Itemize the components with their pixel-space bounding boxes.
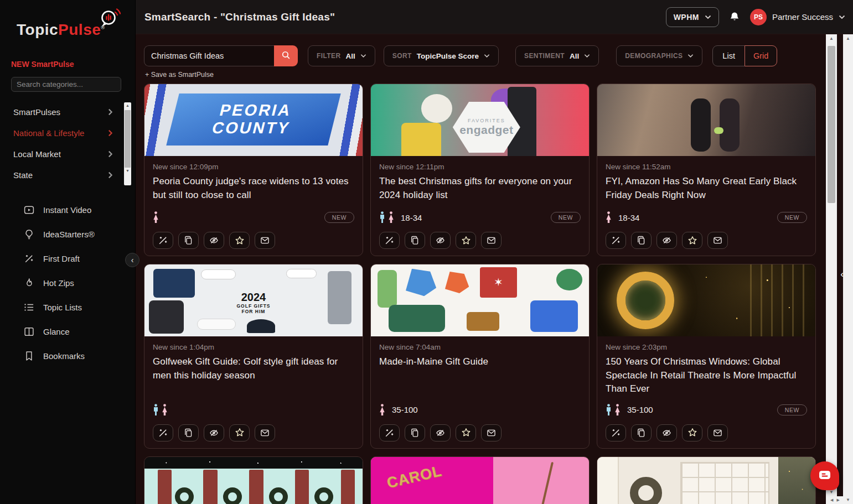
horizontal-scrollbar-corner[interactable]: ◀ ▶ <box>826 496 844 504</box>
copy-button[interactable] <box>405 232 425 249</box>
hide-button[interactable] <box>656 424 677 441</box>
first-draft-button[interactable] <box>379 424 400 441</box>
eye-slash-icon <box>209 428 219 438</box>
favorite-button[interactable] <box>229 232 250 249</box>
scroll-right-arrow[interactable]: ▶ <box>837 498 840 502</box>
magic-wand-icon <box>611 235 621 246</box>
envelope-icon <box>260 428 270 438</box>
user-menu[interactable]: PS Partner Success <box>750 9 845 25</box>
sentiment-dropdown[interactable]: SENTIMENT All <box>515 45 599 66</box>
result-card[interactable]: FAVORITESengadgetNew since 12:11pmThe be… <box>370 84 590 256</box>
right-panel-collapse-chevron[interactable]: ‹ <box>840 269 844 279</box>
first-draft-button[interactable] <box>606 424 626 441</box>
hide-button[interactable] <box>656 232 677 249</box>
card-image: CAROL <box>371 457 589 504</box>
tools-list: Instant VideoIdeaStarters®First DraftHot… <box>0 198 135 368</box>
category-search-input[interactable] <box>11 77 121 92</box>
copy-button[interactable] <box>631 232 652 249</box>
star-icon <box>461 236 471 246</box>
favorite-button[interactable] <box>682 232 702 249</box>
station-selector[interactable]: WPHM <box>666 7 719 27</box>
topicpulse-logo[interactable]: TopicPulse® <box>12 9 123 44</box>
email-button[interactable] <box>255 232 275 249</box>
hide-button[interactable] <box>204 424 224 441</box>
favorite-button[interactable] <box>682 424 702 441</box>
magic-wand-icon <box>23 253 34 264</box>
new-smartpulse-link[interactable]: NEW SmartPulse <box>11 60 135 69</box>
tool-label: First Draft <box>43 254 80 263</box>
first-draft-button[interactable] <box>153 232 173 249</box>
sidebar-item-ideastarters[interactable]: IdeaStarters® <box>0 222 135 246</box>
first-draft-button[interactable] <box>379 232 400 249</box>
scrollbar-thumb[interactable] <box>125 110 131 168</box>
sidebar-item-instant-video[interactable]: Instant Video <box>0 198 135 222</box>
sidebar-item-hot-zips[interactable]: Hot Zips <box>0 271 135 295</box>
demographics: 18-34 <box>606 211 639 224</box>
scroll-up-arrow[interactable]: ▲ <box>829 34 834 43</box>
filter-dropdown[interactable]: FILTER All <box>308 45 375 66</box>
window-scrollbar[interactable]: ▲ ▼ <box>843 34 853 504</box>
result-card-partial[interactable]: CAROL <box>370 456 590 504</box>
copy-button[interactable] <box>178 424 199 441</box>
list-view-button[interactable]: List <box>712 45 745 66</box>
hide-button[interactable] <box>430 424 451 441</box>
app-root: TopicPulse® NEW SmartPulse SmartPulsesNa… <box>0 0 853 504</box>
copy-button[interactable] <box>405 424 425 441</box>
sidebar-item-topic-lists[interactable]: Topic Lists <box>0 295 135 319</box>
card-image <box>597 457 815 504</box>
sidebar-item-bookmarks[interactable]: Bookmarks <box>0 344 135 368</box>
result-card[interactable]: New since 2:03pm150 Years Of Christmas W… <box>597 264 816 449</box>
sidebar-category-local-market[interactable]: Local Market <box>0 143 135 164</box>
sidebar-item-glance[interactable]: Glance <box>0 319 135 344</box>
grid-view-button[interactable]: Grid <box>745 45 777 66</box>
save-as-smartpulse-link[interactable]: + Save as SmartPulse <box>145 71 214 79</box>
scrollbar-thumb[interactable] <box>828 46 835 203</box>
copy-button[interactable] <box>178 232 199 249</box>
result-card[interactable]: PEORIACOUNTYNew since 12:09pmPeoria Coun… <box>144 84 363 256</box>
scroll-up-arrow[interactable]: ▲ <box>846 34 850 43</box>
scroll-down-arrow[interactable]: ▼ <box>126 168 130 174</box>
demographics-dropdown[interactable]: DEMOGRAPHICS <box>616 45 702 66</box>
email-button[interactable] <box>255 424 275 441</box>
first-draft-button[interactable] <box>153 424 173 441</box>
copy-icon <box>184 236 193 245</box>
first-draft-button[interactable] <box>606 232 626 249</box>
favorite-button[interactable] <box>229 424 250 441</box>
email-button[interactable] <box>707 424 728 441</box>
category-list-scrollbar[interactable]: ▲ ▼ <box>124 102 131 185</box>
notifications-bell-icon[interactable] <box>729 12 740 23</box>
search-input[interactable] <box>144 45 274 66</box>
result-card[interactable]: New since 11:52amFYI, Amazon Has So Many… <box>597 84 816 256</box>
copy-icon <box>410 236 420 245</box>
email-button[interactable] <box>481 424 502 441</box>
hide-button[interactable] <box>430 232 451 249</box>
search-button[interactable] <box>274 45 298 66</box>
result-card[interactable]: 2024GOLF GIFTSFOR HIMNew since 1:04pmGol… <box>144 264 363 449</box>
card-title: FYI, Amazon Has So Many Great Early Blac… <box>606 175 807 202</box>
sidebar-item-first-draft[interactable]: First Draft <box>0 246 135 271</box>
sidebar-category-state[interactable]: State <box>0 164 135 185</box>
result-card[interactable]: ✶New since 7:04amMade-in-Maine Gift Guid… <box>370 264 590 449</box>
top-header: SmartSearch - "Christmas Gift Ideas" WPH… <box>136 0 853 34</box>
hide-button[interactable] <box>204 232 224 249</box>
scroll-up-arrow[interactable]: ▲ <box>126 102 130 109</box>
email-button[interactable] <box>707 232 728 249</box>
favorite-button[interactable] <box>456 424 476 441</box>
result-card-partial[interactable] <box>597 456 816 504</box>
favorite-button[interactable] <box>456 232 476 249</box>
sidebar-category-smartpulses[interactable]: SmartPulses <box>0 101 135 122</box>
eye-slash-icon <box>209 236 219 245</box>
search-toolbar: FILTER All SORT TopicPulse Score SENTIME… <box>144 45 853 66</box>
content-scrollbar[interactable]: ▲ ▼ <box>826 34 837 496</box>
chat-fab-button[interactable] <box>810 461 839 490</box>
sidebar-collapse-button[interactable]: ‹ <box>125 253 139 267</box>
sort-dropdown[interactable]: SORT TopicPulse Score <box>384 45 499 66</box>
result-card-partial[interactable] <box>144 456 363 504</box>
list-icon <box>23 302 34 313</box>
scroll-down-arrow[interactable]: ▼ <box>846 496 850 504</box>
scroll-left-arrow[interactable]: ◀ <box>830 498 833 502</box>
sidebar-category-national-lifestyle[interactable]: National & Lifestyle <box>0 122 135 143</box>
copy-button[interactable] <box>631 424 652 441</box>
new-badge: NEW <box>551 212 581 223</box>
email-button[interactable] <box>481 232 502 249</box>
